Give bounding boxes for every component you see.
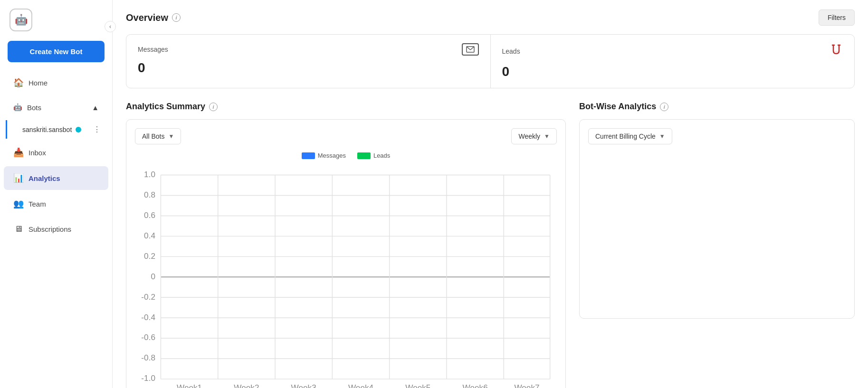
analytics-icon: 📊 (13, 173, 24, 183)
weekly-arrow-icon: ▼ (544, 133, 550, 140)
bot-entry-label: sanskriti.sansbot (22, 126, 72, 133)
sidebar-item-inbox[interactable]: 📥 Inbox (4, 141, 108, 164)
svg-text:-0.2: -0.2 (141, 292, 155, 302)
chart-controls: All Bots ▼ Weekly ▼ (135, 128, 557, 144)
bot-wise-info-icon[interactable]: i (660, 103, 668, 111)
metric-card-leads: Leads 0 (491, 35, 855, 88)
main-content: Overview i Filters Messages 0 Leads (113, 0, 868, 388)
sidebar-item-bots-label: Bots (27, 104, 41, 112)
metric-cards: Messages 0 Leads (126, 34, 855, 88)
sidebar: 🤖 Create New Bot 🏠 Home 🤖 Bots ▲ sanskri… (0, 0, 113, 388)
filters-button[interactable]: Filters (819, 9, 855, 26)
analytics-summary-title: Analytics Summary (126, 102, 205, 112)
chart-svg: 1.0 0.8 0.6 0.4 0.2 0 -0.2 -0.4 -0.6 -0.… (135, 165, 557, 388)
analytics-summary-chart-container: All Bots ▼ Weekly ▼ Messages (126, 119, 566, 388)
analytics-section: Analytics Summary i All Bots ▼ Weekly ▼ (126, 102, 855, 388)
team-icon: 👥 (13, 199, 24, 209)
logo-icon: 🤖 (10, 9, 32, 31)
inbox-icon: 📥 (13, 147, 24, 158)
svg-text:0.2: 0.2 (144, 251, 155, 261)
top-bar: Overview i Filters (126, 9, 855, 26)
svg-text:1.0: 1.0 (144, 170, 155, 179)
page-title-area: Overview i (126, 12, 181, 23)
svg-text:-1.0: -1.0 (141, 373, 155, 383)
metric-leads-value: 0 (502, 64, 843, 79)
weekly-dropdown[interactable]: Weekly ▼ (511, 128, 557, 144)
analytics-summary-info-icon[interactable]: i (209, 103, 218, 111)
svg-text:-0.6: -0.6 (141, 333, 155, 342)
legend-messages-color (302, 152, 315, 159)
sidebar-item-home[interactable]: 🏠 Home (4, 71, 108, 95)
bots-arrow-icon: ▲ (92, 104, 99, 112)
sidebar-item-subscriptions-label: Subscriptions (29, 225, 71, 233)
billing-arrow-icon: ▼ (659, 133, 665, 140)
page-title: Overview (126, 12, 168, 23)
sidebar-bot-entry[interactable]: sanskriti.sansbot ⋮ (6, 120, 108, 139)
magnet-icon (830, 43, 843, 59)
svg-text:-0.8: -0.8 (141, 353, 155, 362)
bot-wise-title-row: Bot-Wise Analytics i (579, 102, 855, 112)
metric-messages-label: Messages (138, 46, 168, 53)
svg-line-2 (470, 47, 474, 50)
svg-text:0.4: 0.4 (144, 231, 155, 240)
svg-text:Week5: Week5 (405, 383, 430, 388)
analytics-summary-panel: Analytics Summary i All Bots ▼ Weekly ▼ (126, 102, 566, 388)
svg-text:0.6: 0.6 (144, 210, 155, 220)
bot-more-options-icon[interactable]: ⋮ (93, 125, 101, 134)
overview-info-icon[interactable]: i (172, 13, 181, 22)
metric-leads-label: Leads (502, 47, 520, 55)
legend-leads-label: Leads (373, 152, 390, 159)
svg-text:0.8: 0.8 (144, 190, 155, 199)
billing-cycle-label: Current Billing Cycle (595, 132, 656, 140)
sidebar-item-team[interactable]: 👥 Team (4, 192, 108, 216)
logo-area: 🤖 (0, 0, 112, 37)
legend-leads-color (357, 152, 371, 159)
svg-text:Week1: Week1 (177, 383, 202, 388)
legend-leads: Leads (357, 152, 390, 159)
sidebar-item-analytics-label: Analytics (29, 174, 60, 182)
sidebar-item-inbox-label: Inbox (29, 149, 46, 157)
metric-messages-value: 0 (138, 60, 479, 76)
sidebar-item-team-label: Team (29, 200, 46, 208)
bot-wise-title: Bot-Wise Analytics (579, 102, 656, 112)
chart-legend: Messages Leads (135, 152, 557, 159)
svg-line-1 (467, 47, 470, 50)
metric-card-messages: Messages 0 (126, 35, 491, 88)
svg-text:0: 0 (151, 272, 155, 281)
bot-wise-analytics-panel: Bot-Wise Analytics i Current Billing Cyc… (579, 102, 855, 388)
create-bot-button[interactable]: Create New Bot (8, 41, 105, 62)
analytics-summary-title-row: Analytics Summary i (126, 102, 566, 112)
all-bots-dropdown[interactable]: All Bots ▼ (135, 128, 181, 144)
svg-text:Week7: Week7 (514, 383, 539, 388)
sidebar-item-analytics[interactable]: 📊 Analytics (4, 166, 108, 190)
sidebar-item-bots[interactable]: 🤖 Bots ▲ (4, 96, 108, 118)
svg-text:-0.4: -0.4 (141, 312, 155, 322)
home-icon: 🏠 (13, 77, 24, 88)
chart-area: 1.0 0.8 0.6 0.4 0.2 0 -0.2 -0.4 -0.6 -0.… (135, 165, 557, 388)
bot-wise-chart-container: Current Billing Cycle ▼ (579, 119, 855, 319)
svg-text:Week3: Week3 (291, 383, 316, 388)
billing-cycle-dropdown[interactable]: Current Billing Cycle ▼ (588, 128, 672, 144)
bots-icon: 🤖 (13, 103, 22, 112)
svg-text:Week6: Week6 (463, 383, 488, 388)
svg-text:Week4: Week4 (348, 383, 374, 388)
svg-text:Week2: Week2 (234, 383, 259, 388)
legend-messages-label: Messages (318, 152, 346, 159)
legend-messages: Messages (302, 152, 346, 159)
sidebar-item-subscriptions[interactable]: 🖥 Subscriptions (4, 218, 108, 241)
subscriptions-icon: 🖥 (13, 224, 24, 234)
bot-status-dot (76, 127, 81, 132)
message-icon (462, 43, 479, 56)
sidebar-item-home-label: Home (29, 79, 48, 87)
all-bots-arrow-icon: ▼ (168, 133, 174, 140)
all-bots-label: All Bots (142, 132, 164, 140)
collapse-sidebar-button[interactable]: ‹ (105, 21, 116, 32)
weekly-label: Weekly (518, 132, 540, 140)
